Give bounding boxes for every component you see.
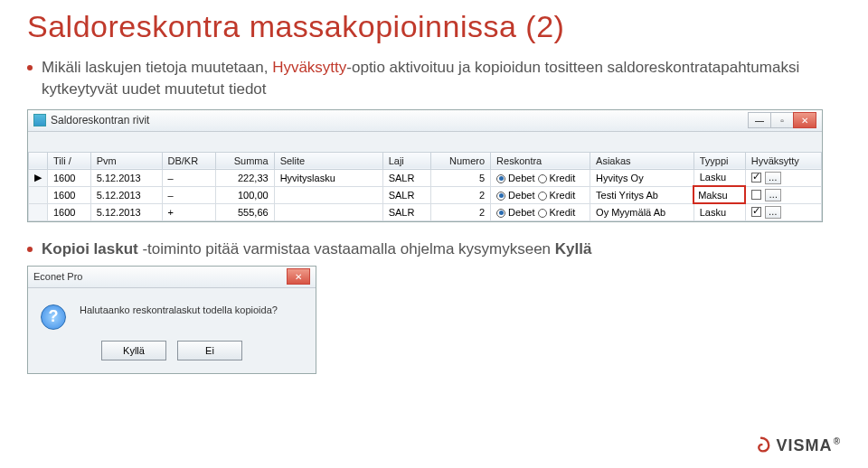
- debet-radio[interactable]: [496, 209, 505, 218]
- col-laji[interactable]: Laji: [382, 152, 430, 169]
- cell-reskontra[interactable]: Debet Kredit: [491, 203, 590, 220]
- dialog-title: Econet Pro: [33, 271, 82, 282]
- table-row[interactable]: 16005.12.2013+555,66SALR2Debet KreditOy …: [29, 203, 822, 220]
- logo-swirl-icon: [751, 435, 771, 455]
- col-tyyppi[interactable]: Tyyppi: [693, 152, 745, 169]
- cell-dbkr[interactable]: –: [162, 169, 215, 186]
- debet-radio[interactable]: [496, 192, 505, 201]
- dialog-close-button[interactable]: ✕: [287, 268, 310, 285]
- cell-asiakas[interactable]: Hyvitys Oy: [590, 169, 694, 186]
- b1-highlight: Hyväksytty: [272, 59, 346, 76]
- cell-pvm[interactable]: 5.12.2013: [90, 169, 162, 186]
- kredit-radio[interactable]: [538, 209, 547, 218]
- approved-checkbox[interactable]: [751, 173, 761, 183]
- dialog-text: Halutaanko reskontralaskut todella kopio…: [80, 304, 278, 315]
- cell-laji[interactable]: SALR: [382, 203, 430, 220]
- col-asiakas[interactable]: Asiakas: [590, 152, 694, 169]
- cell-pvm[interactable]: 5.12.2013: [90, 186, 162, 203]
- cell-dbkr[interactable]: +: [162, 203, 215, 220]
- grid-table: Tili / Pvm DB/KR Summa Selite Laji Numer…: [28, 152, 822, 221]
- cell-selite[interactable]: [274, 186, 382, 203]
- slide-title: Saldoreskontra massakopioinnissa (2): [27, 9, 841, 44]
- bullet-2-text: Kopioi laskut -toiminto pitää varmistaa …: [42, 239, 591, 260]
- confirm-dialog: Econet Pro ✕ ? Halutaanko reskontralasku…: [27, 266, 316, 374]
- col-summa[interactable]: Summa: [215, 152, 274, 169]
- table-row[interactable]: 16005.12.2013–100,00SALR2Debet KreditTes…: [29, 186, 822, 203]
- cell-summa[interactable]: 222,33: [215, 169, 274, 186]
- col-resk[interactable]: Reskontra: [491, 152, 590, 169]
- window-titlebar: Saldoreskontran rivit — ▫ ✕: [28, 110, 822, 132]
- ellipsis-button[interactable]: …: [765, 189, 781, 201]
- approved-checkbox[interactable]: [751, 190, 761, 200]
- cell-numero[interactable]: 2: [430, 203, 490, 220]
- cell-asiakas[interactable]: Oy Myymälä Ab: [590, 203, 694, 220]
- cell-selite[interactable]: [274, 203, 382, 220]
- window-title: Saldoreskontran rivit: [51, 114, 149, 126]
- col-selite[interactable]: Selite: [274, 152, 382, 169]
- b2-bold2: Kyllä: [555, 240, 592, 257]
- cell-reskontra[interactable]: Debet Kredit: [491, 169, 590, 186]
- visma-logo: VISMA®: [751, 435, 841, 455]
- cell-tili[interactable]: 1600: [48, 186, 91, 203]
- grid-window: Saldoreskontran rivit — ▫ ✕ Tili / Pvm D…: [27, 109, 823, 222]
- cell-numero[interactable]: 5: [430, 169, 490, 186]
- bullet-2: Kopioi laskut -toiminto pitää varmistaa …: [27, 239, 841, 260]
- cell-summa[interactable]: 100,00: [215, 186, 274, 203]
- bullet-dot-icon: [27, 247, 33, 252]
- cell-tyyppi[interactable]: Lasku: [693, 203, 745, 220]
- dialog-yes-button[interactable]: Kyllä: [101, 341, 166, 360]
- table-row[interactable]: ▶16005.12.2013–222,33HyvityslaskuSALR5De…: [29, 169, 822, 186]
- cell-numero[interactable]: 2: [430, 186, 490, 203]
- ellipsis-button[interactable]: …: [765, 172, 781, 184]
- dialog-titlebar: Econet Pro ✕: [28, 267, 316, 288]
- cell-hyv[interactable]: …: [745, 186, 821, 203]
- bullet-1: Mikäli laskujen tietoja muutetaan, Hyväk…: [27, 57, 841, 100]
- minimize-button[interactable]: —: [748, 112, 771, 128]
- kredit-radio[interactable]: [538, 174, 547, 183]
- b2-bold1: Kopioi laskut: [42, 240, 138, 257]
- cell-selite[interactable]: Hyvityslasku: [274, 169, 382, 186]
- maximize-button[interactable]: ▫: [770, 112, 794, 128]
- cell-dbkr[interactable]: –: [162, 186, 215, 203]
- debet-radio[interactable]: [496, 174, 505, 183]
- bullet-1-text: Mikäli laskujen tietoja muutetaan, Hyväk…: [42, 57, 841, 100]
- header-row: Tili / Pvm DB/KR Summa Selite Laji Numer…: [29, 152, 822, 169]
- cell-tyyppi[interactable]: Maksu: [693, 186, 745, 203]
- cell-tili[interactable]: 1600: [48, 169, 91, 186]
- cell-reskontra[interactable]: Debet Kredit: [491, 186, 590, 203]
- col-hyv[interactable]: Hyväksytty: [745, 152, 821, 169]
- col-ptr[interactable]: [29, 152, 48, 169]
- dialog-no-button[interactable]: Ei: [177, 341, 242, 360]
- cell-summa[interactable]: 555,66: [215, 203, 274, 220]
- question-icon: ?: [41, 304, 66, 330]
- cell-tyyppi[interactable]: Lasku: [693, 169, 745, 186]
- row-pointer: ▶: [29, 169, 48, 186]
- row-pointer: [29, 203, 48, 220]
- cell-asiakas[interactable]: Testi Yritys Ab: [590, 186, 694, 203]
- col-numero[interactable]: Numero: [430, 152, 490, 169]
- cell-hyv[interactable]: …: [745, 203, 821, 220]
- cell-tili[interactable]: 1600: [48, 203, 91, 220]
- col-dbkr[interactable]: DB/KR: [162, 152, 215, 169]
- cell-pvm[interactable]: 5.12.2013: [90, 203, 162, 220]
- app-icon: [33, 114, 46, 126]
- b1-pre: Mikäli laskujen tietoja muutetaan,: [42, 59, 272, 76]
- b2-mid: -toiminto pitää varmistaa vastaamalla oh…: [138, 240, 555, 257]
- row-pointer: [29, 186, 48, 203]
- kredit-radio[interactable]: [538, 192, 547, 201]
- close-button[interactable]: ✕: [793, 112, 816, 128]
- ellipsis-button[interactable]: …: [765, 206, 781, 219]
- logo-text: VISMA®: [777, 436, 841, 455]
- cell-hyv[interactable]: …: [745, 169, 821, 186]
- cell-laji[interactable]: SALR: [382, 169, 430, 186]
- cell-laji[interactable]: SALR: [382, 186, 430, 203]
- col-tili[interactable]: Tili /: [48, 152, 91, 169]
- approved-checkbox[interactable]: [751, 207, 761, 217]
- bullet-dot-icon: [27, 65, 33, 70]
- col-pvm[interactable]: Pvm: [90, 152, 162, 169]
